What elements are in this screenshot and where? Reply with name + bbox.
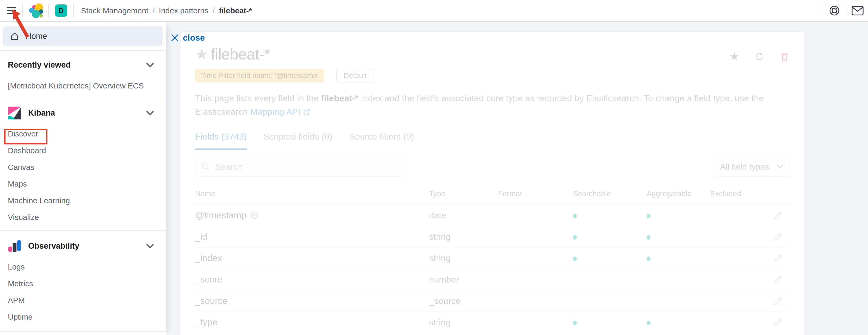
table-row[interactable]: @timestamp date — [195, 205, 790, 226]
tab-scripted-fields[interactable]: Scripted fields (0) — [264, 132, 332, 150]
sidebar-section-observability: Observability Logs Metrics APM Uptime — [0, 231, 166, 329]
pencil-icon — [774, 297, 782, 305]
star-icon: ★ — [195, 47, 208, 62]
field-name: _id — [195, 231, 207, 242]
elastic-logo[interactable] — [23, 0, 48, 21]
field-type: number — [429, 275, 498, 285]
sidebar-item-visualize[interactable]: Visualize — [8, 209, 158, 226]
sidebar-item-dashboard[interactable]: Dashboard — [8, 142, 158, 159]
space-avatar[interactable]: D — [55, 4, 67, 17]
newsfeed-button[interactable] — [847, 0, 868, 21]
pencil-icon — [774, 318, 782, 327]
field-type: string — [429, 232, 498, 242]
sidebar-item-metricbeat-overview[interactable]: [Metricbeat Kubernetes] Overview ECS — [8, 78, 158, 94]
aggregatable-dot-icon — [647, 214, 650, 218]
divider — [0, 331, 166, 332]
breadcrumb-separator: / — [213, 6, 215, 15]
tab-fields[interactable]: Fields (3743) — [195, 132, 247, 150]
breadcrumb-stack-management[interactable]: Stack Management — [81, 6, 148, 15]
field-searchable — [573, 232, 647, 242]
chevron-down-icon[interactable] — [146, 244, 154, 248]
sidebar-item-apm[interactable]: APM — [8, 292, 158, 309]
field-search-box[interactable] — [195, 157, 405, 177]
chevron-down-icon[interactable] — [146, 111, 154, 115]
close-flyout-button[interactable]: close — [171, 33, 205, 43]
edit-field-button[interactable] — [766, 297, 790, 305]
field-name: @timestamp — [195, 210, 246, 220]
field-aggregatable — [647, 253, 710, 263]
external-link-icon — [303, 109, 310, 116]
table-row[interactable]: _type string — [195, 312, 790, 333]
sidebar-item-machine-learning[interactable]: Machine Learning — [8, 192, 158, 209]
tab-source-filters[interactable]: Source filters (0) — [349, 132, 414, 150]
edit-field-button[interactable] — [766, 254, 790, 262]
field-name: _index — [195, 253, 222, 263]
edit-field-button[interactable] — [766, 275, 790, 284]
page-title: filebeat-* — [211, 47, 270, 62]
time-filter-badge: Time Filter field name: '@timestamp' — [195, 69, 324, 82]
aggregatable-dot-icon — [647, 235, 650, 240]
sidebar-item-home[interactable]: Home — [3, 26, 162, 46]
sidebar-item-label: Home — [26, 32, 47, 41]
page-description: This page lists every field in the fileb… — [195, 91, 790, 118]
fields-table: Name Type Format Searchable Aggregatable… — [195, 189, 790, 333]
section-title: Observability — [28, 241, 79, 251]
column-header-type[interactable]: Type — [429, 189, 498, 198]
breadcrumb-index-patterns[interactable]: Index patterns — [159, 6, 208, 15]
faded-content: ★ filebeat-* ★ — [181, 32, 804, 333]
table-body: @timestamp date _id string — [195, 205, 790, 333]
breadcrumb-separator: / — [152, 6, 154, 15]
menu-hamburger-button[interactable] — [0, 0, 22, 21]
chevron-down-icon — [777, 165, 784, 169]
mapping-api-link[interactable]: Mapping API — [250, 107, 301, 117]
searchable-dot-icon — [573, 235, 577, 240]
elastic-logo-icon — [28, 3, 43, 18]
table-row[interactable]: _score number — [195, 269, 790, 290]
close-icon — [171, 34, 179, 42]
field-type-filter-label: All field types — [720, 162, 769, 172]
field-searchable — [573, 253, 647, 263]
searchable-dot-icon — [573, 256, 577, 261]
field-name: _type — [195, 317, 218, 328]
delete-button[interactable] — [779, 51, 790, 62]
field-type: string — [429, 253, 498, 263]
sidebar-section-kibana: Kibana Discover Dashboard Canvas Maps Ma… — [0, 99, 166, 229]
table-row[interactable]: _source _source — [195, 290, 790, 312]
sidebar-item-metrics[interactable]: Metrics — [8, 275, 158, 292]
sidebar-item-logs[interactable]: Logs — [8, 258, 158, 275]
sidebar-item-canvas[interactable]: Canvas — [8, 159, 158, 175]
sidebar-item-uptime[interactable]: Uptime — [8, 309, 158, 325]
table-row[interactable]: _index string — [195, 248, 790, 269]
aggregatable-dot-icon — [647, 320, 650, 325]
index-pattern-panel: ★ filebeat-* ★ — [181, 32, 804, 335]
edit-field-button[interactable] — [766, 211, 790, 220]
edit-field-button[interactable] — [766, 318, 790, 327]
set-default-star-button[interactable]: ★ — [730, 51, 739, 62]
searchable-dot-icon — [573, 320, 577, 325]
table-row[interactable]: _id string — [195, 226, 790, 248]
search-input[interactable] — [214, 162, 399, 172]
field-type: string — [429, 317, 498, 328]
section-title: Kibana — [28, 108, 55, 118]
close-label: close — [183, 33, 205, 43]
column-header-excluded: Excluded — [710, 189, 766, 198]
pencil-icon — [774, 211, 782, 220]
mail-icon — [851, 6, 864, 16]
column-header-aggregatable[interactable]: Aggregatable — [647, 189, 710, 198]
field-type: _source — [429, 296, 498, 306]
sidebar-item-discover[interactable]: Discover — [8, 125, 158, 142]
pencil-icon — [774, 275, 782, 284]
help-life-ring-icon — [829, 5, 840, 17]
refresh-button[interactable] — [754, 52, 764, 62]
sidebar-item-maps[interactable]: Maps — [8, 175, 158, 192]
aggregatable-dot-icon — [647, 256, 650, 261]
kibana-logo-icon — [8, 106, 21, 120]
field-type-filter-select[interactable]: All field types — [714, 157, 790, 177]
column-header-searchable[interactable]: Searchable — [573, 189, 647, 198]
navigation-drawer: Home Recently viewed [Metricbeat Kuberne… — [0, 22, 166, 335]
chevron-down-icon[interactable] — [146, 63, 154, 67]
help-button[interactable] — [822, 0, 847, 21]
field-searchable — [573, 210, 647, 220]
edit-field-button[interactable] — [766, 232, 790, 241]
column-header-name[interactable]: Name — [195, 189, 429, 198]
